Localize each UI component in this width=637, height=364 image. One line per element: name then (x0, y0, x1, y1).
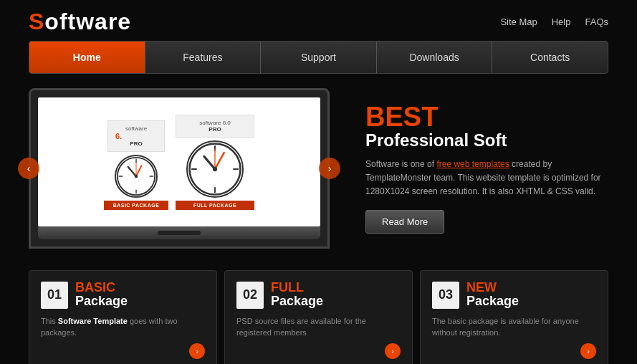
svg-point-8 (135, 174, 138, 178)
package-arrow-full[interactable]: › (385, 343, 401, 359)
logo-rest: oftware (44, 9, 131, 34)
package-desc-basic: This Software Template goes with two pac… (41, 315, 205, 339)
product-box-large: software 6.0 PRO (176, 115, 254, 210)
slider-area: ‹ software 6. PRO (29, 88, 330, 249)
package-num-02: 02 (236, 282, 264, 309)
package-title-full: FULL Package (271, 281, 323, 310)
package-header-full: 02 FULL Package (236, 281, 401, 310)
header: Software Site Map Help FAQs (0, 0, 637, 41)
help-link[interactable]: Help (552, 16, 571, 27)
hero-section: ‹ software 6. PRO (0, 74, 637, 263)
small-box-base: BASIC PACKAGE (104, 201, 168, 210)
packages-section: 01 BASIC Package This Software Template … (0, 263, 637, 364)
package-name-full: FULL (271, 281, 323, 294)
package-name-basic: BASIC (75, 281, 128, 294)
package-footer-new: › (432, 343, 596, 359)
main-nav: Home Features Support Downloads Contacts (29, 41, 608, 74)
product-display: software 6. PRO (90, 107, 269, 217)
software-template-highlight: Software Template (58, 317, 128, 325)
small-box-top: software 6. PRO (107, 120, 165, 152)
nav-item-support[interactable]: Support (261, 42, 377, 73)
free-templates-link[interactable]: free web templates (436, 159, 509, 169)
package-type-new: Package (466, 294, 519, 310)
package-footer-basic: › (41, 343, 205, 359)
package-title-basic: BASIC Package (75, 281, 128, 310)
package-card-full: 02 FULL Package PSD source files are ava… (224, 270, 413, 364)
large-clock (186, 140, 244, 198)
package-arrow-basic[interactable]: › (189, 343, 205, 359)
package-desc-new: The basic package is available for anyon… (432, 315, 596, 339)
package-type-basic: Package (75, 294, 128, 310)
prev-arrow[interactable]: ‹ (18, 158, 39, 179)
small-sw-label: software (115, 125, 157, 132)
nav-item-home[interactable]: Home (29, 42, 145, 73)
site-map-link[interactable]: Site Map (500, 16, 537, 27)
nav-item-downloads[interactable]: Downloads (377, 42, 493, 73)
small-type: PRO (115, 140, 157, 147)
faqs-link[interactable]: FAQs (585, 16, 608, 27)
package-num-03: 03 (432, 282, 459, 309)
hero-desc: Software is one of free web templates cr… (365, 158, 608, 199)
logo-s: S (29, 9, 44, 34)
nav-item-features[interactable]: Features (145, 42, 262, 73)
next-arrow[interactable]: › (319, 158, 340, 179)
package-arrow-new[interactable]: › (580, 343, 596, 359)
hero-subtitle: Professional Soft (365, 130, 608, 150)
large-sw-label: software 6.0 (183, 120, 246, 126)
read-more-button[interactable]: Read More (365, 210, 444, 234)
clock-svg-small (116, 156, 156, 196)
package-desc-full: PSD source files are available for the r… (236, 315, 401, 339)
package-num-01: 01 (41, 282, 68, 309)
large-box-base: FULL PACKAGE (176, 201, 254, 210)
small-version: 6. (115, 132, 122, 140)
logo: Software (29, 9, 131, 35)
package-title-new: NEW Package (466, 281, 519, 310)
product-box-small: software 6. PRO (104, 120, 168, 210)
svg-point-17 (213, 166, 217, 171)
laptop-base (38, 226, 320, 239)
header-links: Site Map Help FAQs (500, 16, 608, 27)
package-footer-full: › (236, 343, 401, 359)
laptop-notch (158, 231, 201, 235)
laptop: software 6. PRO (29, 88, 330, 249)
package-header-basic: 01 BASIC Package (41, 281, 205, 310)
hero-text: BEST Professional Soft Software is one o… (344, 103, 608, 234)
laptop-screen: software 6. PRO (38, 97, 320, 226)
package-header-new: 03 NEW Package (432, 281, 596, 310)
next-icon: › (328, 163, 332, 174)
package-type-full: Package (271, 294, 323, 310)
large-type: PRO (183, 126, 246, 133)
package-name-new: NEW (466, 281, 519, 294)
large-box-top: software 6.0 PRO (176, 115, 254, 138)
nav-item-contacts[interactable]: Contacts (492, 42, 608, 73)
prev-icon: ‹ (27, 163, 31, 174)
package-card-basic: 01 BASIC Package This Software Template … (29, 270, 217, 364)
small-clock (115, 155, 158, 198)
package-card-new: 03 NEW Package The basic package is avai… (420, 270, 608, 364)
hero-title: BEST (365, 103, 608, 130)
clock-svg-large (188, 142, 242, 196)
